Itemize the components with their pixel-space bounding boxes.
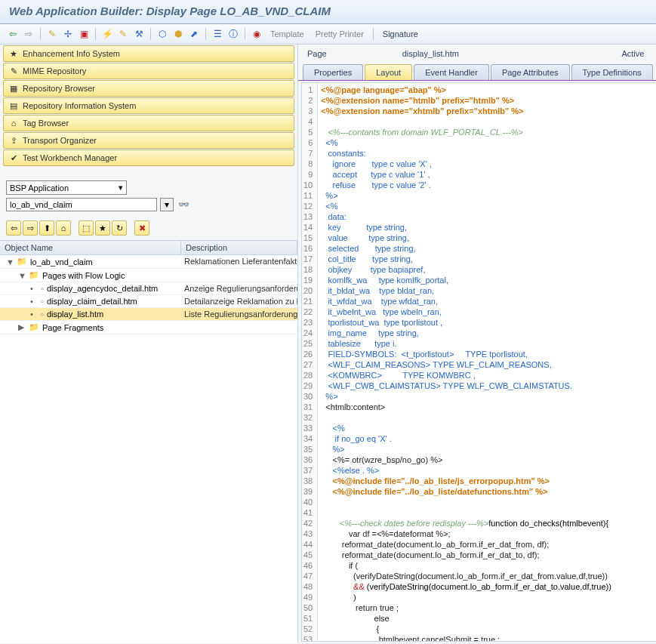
breakpoint-icon[interactable]: ◉ [250, 27, 263, 41]
code-line: tablesize type i. [321, 338, 656, 349]
pretty-cmd[interactable]: Pretty Printer [311, 29, 368, 39]
tab-type-definitions[interactable]: Type Definitions [571, 64, 653, 80]
back-icon[interactable]: ⇦ [6, 27, 20, 41]
code-line: if no_go eq 'X' . [321, 433, 656, 444]
next-icon[interactable]: ⇨ [23, 220, 38, 236]
expand-icon[interactable]: • [30, 310, 38, 319]
code-line: <% [321, 137, 656, 148]
code-line: it_wfdat_wa type wfdat_ran, [321, 296, 656, 307]
tab-page-attributes[interactable]: Page Attributes [491, 64, 570, 80]
code-line: return true ; [321, 602, 656, 613]
nav-label: Enhancement Info System [23, 49, 120, 58]
nav-label: Test Workbench Manager [23, 153, 117, 162]
nav-transport-organizer[interactable]: ⇪Transport Organizer [3, 132, 294, 149]
col-desc[interactable]: Description [181, 241, 297, 254]
toggle-icon[interactable]: ✢ [61, 27, 75, 41]
folder-icon: 📁 [29, 322, 39, 332]
test-icon[interactable]: ⚒ [132, 27, 146, 41]
nav-test-workbench-manager[interactable]: ✔Test Workbench Manager [3, 149, 294, 166]
page-icon: ▫ [41, 310, 44, 319]
nav-icon: ⌂ [8, 118, 19, 128]
code-line: { [321, 624, 656, 634]
code-line: <% [321, 423, 656, 433]
code-area[interactable]: <%@page language="abap" %><%@extension n… [318, 83, 656, 641]
code-line [321, 507, 656, 518]
hier-icon[interactable]: ⬢ [171, 27, 185, 41]
info-icon[interactable]: ⓘ [226, 27, 240, 41]
code-line: ignore type c value 'X' , [321, 159, 656, 169]
code-editor[interactable]: 1234567891011121314151617181920212223242… [301, 82, 656, 642]
tree-row[interactable]: ▼📁lo_ab_vnd_claimReklamationen Lieferant… [0, 255, 297, 269]
where-icon[interactable]: ⬡ [156, 27, 169, 41]
code-line: accept type c value '1' , [321, 169, 656, 180]
dropdown-icon[interactable]: ▾ [160, 198, 174, 211]
code-line: <WLF_CLAIM_REASONS> TYPE WLF_CLAIM_REASO… [321, 359, 656, 370]
glasses-icon[interactable]: 👓 [177, 198, 190, 211]
tree-row[interactable]: •▫display_agencydoc_detail.htmAnzeige Re… [0, 282, 297, 295]
code-line: <%@page language="abap" %> [321, 85, 656, 95]
code-line: <%@extension name="htmlb" prefix="htmlb"… [321, 95, 656, 106]
display-icon[interactable]: ✎ [45, 27, 59, 41]
nav-repository-information-system[interactable]: ▤Repository Information System [3, 97, 294, 114]
refresh-icon[interactable]: ↻ [112, 220, 127, 236]
up-icon[interactable]: ⬆ [39, 220, 54, 236]
object-name-input[interactable]: lo_ab_vnd_claim [6, 198, 157, 211]
tab-layout[interactable]: Layout [365, 64, 412, 80]
expand-icon[interactable]: ▶ [18, 322, 26, 332]
expand-icon[interactable]: • [30, 297, 38, 306]
other-icon[interactable]: ▣ [77, 27, 91, 41]
node-desc: Detailanzeige Reklamation zu Re [181, 295, 297, 307]
code-line: reformat_date(document.lo_ab_form.if_er_… [321, 550, 656, 560]
node-name: Pages with Flow Logic [42, 271, 125, 280]
activate-icon[interactable]: ⚡ [100, 27, 114, 41]
fav-icon[interactable]: ★ [95, 220, 110, 236]
folder-icon: 📁 [29, 270, 39, 280]
forward-icon[interactable]: ⇨ [22, 27, 35, 41]
nav-label: Repository Information System [23, 101, 136, 110]
nav-icon: ▤ [8, 100, 19, 111]
tree-row[interactable]: ▼📁Pages with Flow Logic [0, 269, 297, 282]
prev-icon[interactable]: ⇦ [6, 220, 21, 236]
code-line: refuse type c value '2' . [321, 180, 656, 190]
node-name: Page Fragments [42, 323, 103, 332]
code-line [321, 497, 656, 507]
nav-mime-repository[interactable]: ✎MIME Repository [3, 63, 294, 79]
nav-label: Tag Browser [23, 119, 69, 128]
nav-icon[interactable]: ⬈ [187, 27, 201, 41]
nav-icon: ★ [8, 48, 19, 59]
code-line: constants: [321, 148, 656, 159]
add-icon[interactable]: ⬚ [79, 220, 94, 236]
template-cmd[interactable]: Template [266, 29, 309, 39]
tree-row[interactable]: •▫display_list.htmListe Regulierungsanfo… [0, 308, 297, 321]
code-line: if ( [321, 560, 656, 571]
close-icon[interactable]: ✖ [134, 220, 149, 236]
nav-enhancement-info-system[interactable]: ★Enhancement Info System [3, 45, 294, 62]
signature-cmd[interactable]: Signature [378, 29, 423, 39]
code-line: htmlbevent.cancelSubmit = true ; [321, 634, 656, 642]
object-selector: BSP Application ▾ lo_ab_vnd_claim ▾ 👓 [0, 173, 297, 216]
code-line: it_bldat_wa type bldat_ran, [321, 285, 656, 296]
tab-properties[interactable]: Properties [303, 64, 363, 80]
expand-icon[interactable]: ▼ [18, 271, 26, 280]
list-icon[interactable]: ☰ [211, 27, 224, 41]
check-icon[interactable]: ✎ [116, 27, 130, 41]
code-line: %> [321, 391, 656, 402]
title-bar: Web Application Builder: Display Page LO… [0, 0, 656, 24]
chevron-down-icon: ▾ [119, 183, 123, 193]
object-tree[interactable]: ▼📁lo_ab_vnd_claimReklamationen Lieferant… [0, 255, 297, 643]
separator [245, 28, 245, 40]
nav-repository-browser[interactable]: ▦Repository Browser [3, 80, 294, 97]
object-type-select[interactable]: BSP Application ▾ [6, 180, 127, 195]
expand-icon[interactable]: • [30, 284, 38, 293]
tree-row[interactable]: ▶📁Page Fragments [0, 321, 297, 334]
col-objname[interactable]: Object Name [0, 241, 181, 254]
expand-icon[interactable]: ▼ [6, 257, 14, 267]
tree-row[interactable]: •▫display_claim_detail.htmDetailanzeige … [0, 295, 297, 308]
home-icon[interactable]: ⌂ [56, 220, 71, 236]
code-line: <%else . %> [321, 465, 656, 476]
separator [205, 28, 206, 40]
nav-tag-browser[interactable]: ⌂Tag Browser [3, 115, 294, 131]
code-line [321, 412, 656, 423]
left-panel: ★Enhancement Info System✎MIME Repository… [0, 45, 298, 643]
tab-event-handler[interactable]: Event Handler [414, 64, 489, 80]
